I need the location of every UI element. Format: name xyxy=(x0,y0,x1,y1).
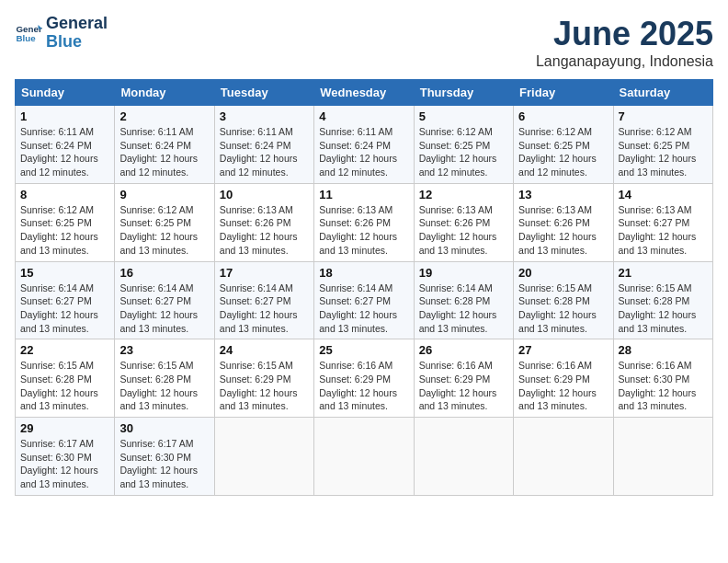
day-number: 26 xyxy=(419,343,508,357)
weekday-header-tuesday: Tuesday xyxy=(214,80,313,106)
calendar-cell: 9Sunrise: 6:12 AMSunset: 6:25 PMDaylight… xyxy=(115,183,214,261)
cell-info: Sunrise: 6:12 AMSunset: 6:25 PMDaylight:… xyxy=(518,125,608,179)
cell-info: Sunrise: 6:11 AMSunset: 6:24 PMDaylight:… xyxy=(220,125,309,179)
weekday-header-wednesday: Wednesday xyxy=(314,80,414,106)
day-number: 8 xyxy=(20,188,109,201)
calendar-cell xyxy=(214,418,313,496)
day-number: 6 xyxy=(518,109,608,123)
day-number: 1 xyxy=(20,109,109,123)
weekday-header-friday: Friday xyxy=(514,80,613,106)
calendar-cell: 1Sunrise: 6:11 AMSunset: 6:24 PMDaylight… xyxy=(16,106,115,184)
calendar-cell: 26Sunrise: 6:16 AMSunset: 6:29 PMDayligh… xyxy=(414,339,513,418)
cell-info: Sunrise: 6:13 AMSunset: 6:26 PMDaylight:… xyxy=(419,203,508,258)
cell-info: Sunrise: 6:12 AMSunset: 6:25 PMDaylight:… xyxy=(619,125,708,179)
cell-info: Sunrise: 6:14 AMSunset: 6:28 PMDaylight:… xyxy=(419,282,508,336)
cell-info: Sunrise: 6:11 AMSunset: 6:24 PMDaylight:… xyxy=(20,125,109,179)
cell-info: Sunrise: 6:14 AMSunset: 6:27 PMDaylight:… xyxy=(319,282,408,336)
calendar-cell: 15Sunrise: 6:14 AMSunset: 6:27 PMDayligh… xyxy=(16,261,115,339)
cell-info: Sunrise: 6:16 AMSunset: 6:29 PMDaylight:… xyxy=(419,359,508,413)
calendar-cell xyxy=(314,418,414,496)
calendar-cell: 2Sunrise: 6:11 AMSunset: 6:24 PMDaylight… xyxy=(115,106,214,184)
calendar-cell: 30Sunrise: 6:17 AMSunset: 6:30 PMDayligh… xyxy=(115,418,214,496)
calendar-subtitle: Langanapayung, Indonesia xyxy=(536,53,713,70)
day-number: 11 xyxy=(319,188,408,201)
cell-info: Sunrise: 6:15 AMSunset: 6:28 PMDaylight:… xyxy=(20,359,109,413)
calendar-cell: 6Sunrise: 6:12 AMSunset: 6:25 PMDaylight… xyxy=(514,106,613,184)
cell-info: Sunrise: 6:15 AMSunset: 6:28 PMDaylight:… xyxy=(518,282,608,336)
day-number: 22 xyxy=(20,343,109,357)
calendar-title: June 2025 xyxy=(536,15,713,53)
logo-line2: Blue xyxy=(46,33,108,52)
calendar-cell: 3Sunrise: 6:11 AMSunset: 6:24 PMDaylight… xyxy=(214,106,313,184)
day-number: 4 xyxy=(319,109,408,123)
cell-info: Sunrise: 6:16 AMSunset: 6:29 PMDaylight:… xyxy=(319,359,408,413)
calendar-cell: 14Sunrise: 6:13 AMSunset: 6:27 PMDayligh… xyxy=(613,183,712,261)
svg-text:Blue: Blue xyxy=(17,33,37,43)
day-number: 16 xyxy=(119,266,209,280)
calendar-week-row: 1Sunrise: 6:11 AMSunset: 6:24 PMDaylight… xyxy=(16,106,713,184)
calendar-week-row: 8Sunrise: 6:12 AMSunset: 6:25 PMDaylight… xyxy=(16,183,713,261)
calendar-cell: 23Sunrise: 6:15 AMSunset: 6:28 PMDayligh… xyxy=(115,339,214,418)
logo-icon: General Blue xyxy=(15,19,42,47)
day-number: 7 xyxy=(619,109,708,123)
cell-info: Sunrise: 6:16 AMSunset: 6:30 PMDaylight:… xyxy=(619,359,708,413)
calendar-cell: 12Sunrise: 6:13 AMSunset: 6:26 PMDayligh… xyxy=(414,183,513,261)
logo: General Blue General Blue xyxy=(15,15,108,52)
day-number: 13 xyxy=(518,188,608,201)
day-number: 29 xyxy=(20,421,109,435)
cell-info: Sunrise: 6:13 AMSunset: 6:26 PMDaylight:… xyxy=(518,203,608,258)
calendar-cell: 11Sunrise: 6:13 AMSunset: 6:26 PMDayligh… xyxy=(314,183,414,261)
day-number: 21 xyxy=(619,266,708,280)
calendar-cell: 7Sunrise: 6:12 AMSunset: 6:25 PMDaylight… xyxy=(613,106,712,184)
calendar-cell: 4Sunrise: 6:11 AMSunset: 6:24 PMDaylight… xyxy=(314,106,414,184)
calendar-cell: 22Sunrise: 6:15 AMSunset: 6:28 PMDayligh… xyxy=(16,339,115,418)
calendar-cell: 8Sunrise: 6:12 AMSunset: 6:25 PMDaylight… xyxy=(16,183,115,261)
day-number: 23 xyxy=(119,343,209,357)
cell-info: Sunrise: 6:14 AMSunset: 6:27 PMDaylight:… xyxy=(119,282,209,336)
day-number: 17 xyxy=(220,266,309,280)
calendar-cell: 24Sunrise: 6:15 AMSunset: 6:29 PMDayligh… xyxy=(214,339,313,418)
calendar-body: 1Sunrise: 6:11 AMSunset: 6:24 PMDaylight… xyxy=(16,106,713,496)
calendar-cell xyxy=(613,418,712,496)
cell-info: Sunrise: 6:12 AMSunset: 6:25 PMDaylight:… xyxy=(119,203,209,258)
day-number: 25 xyxy=(319,343,408,357)
calendar-cell: 28Sunrise: 6:16 AMSunset: 6:30 PMDayligh… xyxy=(613,339,712,418)
day-number: 19 xyxy=(419,266,508,280)
cell-info: Sunrise: 6:11 AMSunset: 6:24 PMDaylight:… xyxy=(319,125,408,179)
calendar-cell: 13Sunrise: 6:13 AMSunset: 6:26 PMDayligh… xyxy=(514,183,613,261)
calendar-table: SundayMondayTuesdayWednesdayThursdayFrid… xyxy=(15,79,713,496)
logo-text: General Blue xyxy=(46,15,108,52)
day-number: 3 xyxy=(220,109,309,123)
title-block: June 2025 Langanapayung, Indonesia xyxy=(536,15,713,70)
calendar-cell xyxy=(514,418,613,496)
calendar-cell: 20Sunrise: 6:15 AMSunset: 6:28 PMDayligh… xyxy=(514,261,613,339)
day-number: 12 xyxy=(419,188,508,201)
calendar-cell: 25Sunrise: 6:16 AMSunset: 6:29 PMDayligh… xyxy=(314,339,414,418)
weekday-header-thursday: Thursday xyxy=(414,80,513,106)
day-number: 15 xyxy=(20,266,109,280)
day-number: 28 xyxy=(619,343,708,357)
cell-info: Sunrise: 6:16 AMSunset: 6:29 PMDaylight:… xyxy=(518,359,608,413)
weekday-header-saturday: Saturday xyxy=(613,80,712,106)
cell-info: Sunrise: 6:14 AMSunset: 6:27 PMDaylight:… xyxy=(220,282,309,336)
calendar-cell: 16Sunrise: 6:14 AMSunset: 6:27 PMDayligh… xyxy=(115,261,214,339)
calendar-cell: 10Sunrise: 6:13 AMSunset: 6:26 PMDayligh… xyxy=(214,183,313,261)
weekday-header-monday: Monday xyxy=(115,80,214,106)
logo-line1: General xyxy=(46,15,108,33)
cell-info: Sunrise: 6:15 AMSunset: 6:28 PMDaylight:… xyxy=(619,282,708,336)
cell-info: Sunrise: 6:15 AMSunset: 6:28 PMDaylight:… xyxy=(119,359,209,413)
day-number: 18 xyxy=(319,266,408,280)
day-number: 30 xyxy=(119,421,209,435)
cell-info: Sunrise: 6:13 AMSunset: 6:27 PMDaylight:… xyxy=(619,203,708,258)
day-number: 20 xyxy=(518,266,608,280)
cell-info: Sunrise: 6:14 AMSunset: 6:27 PMDaylight:… xyxy=(20,282,109,336)
day-number: 27 xyxy=(518,343,608,357)
calendar-cell: 17Sunrise: 6:14 AMSunset: 6:27 PMDayligh… xyxy=(214,261,313,339)
cell-info: Sunrise: 6:12 AMSunset: 6:25 PMDaylight:… xyxy=(20,203,109,258)
cell-info: Sunrise: 6:17 AMSunset: 6:30 PMDaylight:… xyxy=(20,437,109,491)
calendar-cell xyxy=(414,418,513,496)
day-number: 10 xyxy=(220,188,309,201)
calendar-cell: 18Sunrise: 6:14 AMSunset: 6:27 PMDayligh… xyxy=(314,261,414,339)
calendar-cell: 19Sunrise: 6:14 AMSunset: 6:28 PMDayligh… xyxy=(414,261,513,339)
day-number: 9 xyxy=(119,188,209,201)
